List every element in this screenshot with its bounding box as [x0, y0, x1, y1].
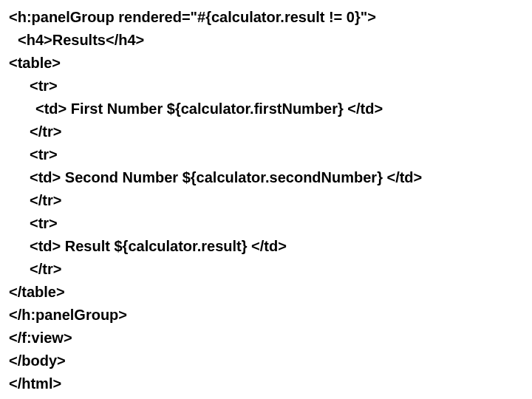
code-line-8: </tr> — [9, 189, 523, 212]
code-line-15: </body> — [9, 349, 523, 372]
code-line-1: <h4>Results</h4> — [9, 29, 523, 52]
code-line-4: <td> First Number ${calculator.firstNumb… — [9, 98, 523, 120]
code-line-9: <tr> — [9, 212, 523, 235]
code-line-6: <tr> — [9, 143, 523, 166]
code-line-10: <td> Result ${calculator.result} </td> — [9, 235, 523, 258]
code-line-2: <table> — [9, 52, 523, 75]
code-line-16: </html> — [9, 372, 523, 395]
code-line-3: <tr> — [9, 75, 523, 98]
code-line-7: <td> Second Number ${calculator.secondNu… — [9, 166, 523, 189]
code-line-5: </tr> — [9, 120, 523, 143]
code-line-13: </h:panelGroup> — [9, 304, 523, 327]
code-line-14: </f:view> — [9, 327, 523, 349]
code-block: <h:panelGroup rendered="#{calculator.res… — [9, 6, 523, 395]
code-line-11: </tr> — [9, 258, 523, 281]
code-line-0: <h:panelGroup rendered="#{calculator.res… — [9, 6, 523, 29]
code-line-12: </table> — [9, 281, 523, 304]
